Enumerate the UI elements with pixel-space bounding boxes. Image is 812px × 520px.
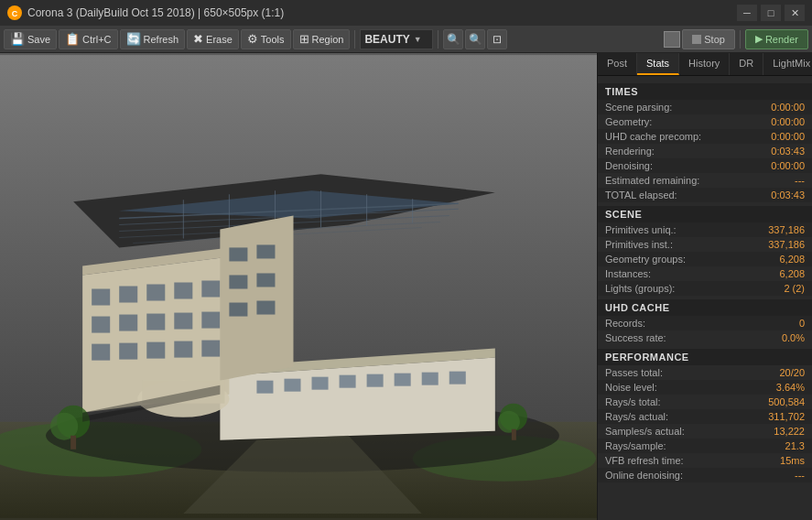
stat-label: VFB refresh time:	[605, 455, 684, 466]
svg-rect-23	[174, 282, 192, 298]
svg-rect-53	[229, 303, 247, 317]
svg-rect-54	[256, 301, 275, 315]
stat-label: Instances:	[605, 268, 651, 279]
stat-row: Geometry groups:6,208	[598, 252, 812, 266]
erase-icon: ✖	[193, 32, 203, 46]
stat-value: 21.3	[785, 440, 805, 451]
app-icon: C	[7, 5, 22, 20]
separator-1	[354, 30, 355, 49]
svg-point-61	[498, 411, 520, 433]
tools-button[interactable]: ⚙ Tools	[241, 29, 291, 49]
stat-label: Rendering:	[605, 146, 655, 157]
stats-content: TIMESScene parsing:0:00:00Geometry:0:00:…	[598, 76, 812, 520]
stat-label: TOTAL elapsed:	[605, 190, 677, 200]
stat-row: Primitives uniq.:337,186	[598, 222, 812, 237]
stat-row: Rays/s actual:311,702	[598, 409, 812, 424]
zoom-in-button[interactable]: 🔍	[443, 29, 463, 49]
region-button[interactable]: ⊞ Region	[293, 29, 351, 49]
stat-label: Noise level:	[605, 382, 657, 393]
tools-icon: ⚙	[247, 32, 258, 46]
save-button[interactable]: 💾 Save	[4, 29, 57, 49]
section-header-scene: SCENE	[598, 206, 812, 222]
render-button[interactable]: ▶ Render	[745, 29, 808, 49]
stat-row: TOTAL elapsed:0:03:43	[598, 188, 812, 202]
stat-label: Rays/s actual:	[605, 411, 668, 422]
svg-rect-52	[256, 273, 275, 287]
stat-label: Scene parsing:	[605, 102, 672, 113]
svg-rect-22	[146, 284, 165, 300]
section-header-times: TIMES	[598, 83, 812, 100]
stop-button[interactable]: Stop	[682, 29, 735, 49]
svg-rect-21	[119, 286, 137, 302]
refresh-button[interactable]: 🔄 Refresh	[120, 29, 186, 49]
stat-label: Samples/s actual:	[605, 426, 685, 437]
stat-value: 0:00:00	[771, 116, 805, 127]
main-area: Post Stats History DR LightMix TIMESScen…	[0, 53, 812, 520]
fit-button[interactable]: ⊡	[487, 29, 507, 49]
tab-history[interactable]: History	[679, 53, 730, 75]
stat-row: Scene parsing:0:00:00	[598, 100, 812, 114]
toolbar: 💾 Save 📋 Ctrl+C 🔄 Refresh ✖ Erase ⚙ Tool…	[0, 26, 812, 53]
svg-rect-20	[92, 289, 110, 306]
stat-label: Success rate:	[605, 332, 666, 343]
stat-row: Lights (groups):2 (2)	[598, 281, 812, 296]
stat-value: 0:03:43	[771, 190, 805, 200]
svg-rect-17	[449, 372, 466, 385]
stat-row: Rendering:0:03:43	[598, 144, 812, 158]
stat-row: Noise level:3.64%	[598, 380, 812, 395]
erase-button[interactable]: ✖ Erase	[187, 29, 239, 49]
svg-rect-33	[174, 341, 192, 358]
stat-row: Success rate:0.0%	[598, 330, 812, 345]
save-icon: 💾	[10, 32, 25, 46]
render-view	[0, 53, 597, 520]
titlebar: C Corona 3 (DailyBuild Oct 15 2018) | 65…	[0, 0, 812, 26]
tab-dr[interactable]: DR	[730, 53, 763, 75]
stop-icon	[692, 35, 701, 44]
svg-text:C: C	[12, 9, 18, 18]
stat-value: 6,208	[779, 268, 805, 279]
stat-row: Denoising:0:00:00	[598, 158, 812, 173]
stat-label: Primitives uniq.:	[605, 224, 677, 235]
svg-rect-10	[256, 381, 273, 394]
stat-value: ---	[795, 175, 805, 186]
stat-row: UHD cache precomp:0:00:00	[598, 129, 812, 144]
render-play-icon: ▶	[755, 33, 763, 45]
svg-rect-28	[174, 313, 192, 330]
stat-value: 500,584	[768, 396, 805, 407]
copy-icon: 📋	[65, 32, 80, 46]
svg-rect-51	[229, 275, 247, 288]
stop-area: Stop	[664, 29, 735, 49]
maximize-button[interactable]: □	[761, 5, 781, 21]
stat-value: 6,208	[779, 254, 805, 265]
stat-row: Estimated remaining:---	[598, 173, 812, 188]
section-header-uhd-cache: UHD CACHE	[598, 299, 812, 316]
close-button[interactable]: ✕	[785, 5, 805, 21]
stat-value: 311,702	[768, 411, 805, 422]
tab-stats[interactable]: Stats	[637, 53, 679, 75]
tab-lightmix[interactable]: LightMix	[763, 53, 812, 75]
stat-row: Rays/s total:500,584	[598, 395, 812, 409]
stat-label: Records:	[605, 318, 645, 329]
svg-rect-14	[367, 374, 384, 387]
minimize-button[interactable]: ─	[737, 5, 757, 21]
svg-rect-26	[119, 315, 137, 331]
stat-row: Samples/s actual:13,222	[598, 424, 812, 439]
stat-row: Primitives inst.:337,186	[598, 237, 812, 252]
svg-rect-15	[395, 374, 411, 386]
tab-post[interactable]: Post	[598, 53, 637, 75]
window-controls: ─ □ ✕	[737, 5, 805, 21]
stat-value: 2 (2)	[784, 283, 805, 294]
section-header-performance: PERFORMANCE	[598, 349, 812, 365]
svg-rect-24	[201, 280, 220, 297]
beauty-selector[interactable]: BEAUTY ▼	[360, 29, 433, 49]
stat-row: VFB refresh time:15ms	[598, 453, 812, 468]
zoom-out-button[interactable]: 🔍	[465, 29, 485, 49]
stat-label: Rays/s total:	[605, 396, 661, 407]
stat-label: Geometry groups:	[605, 254, 686, 265]
window-title: Corona 3 (DailyBuild Oct 15 2018) | 650×…	[27, 6, 737, 19]
ctrlc-button[interactable]: 📋 Ctrl+C	[59, 29, 117, 49]
svg-rect-59	[70, 436, 76, 450]
stat-label: Estimated remaining:	[605, 175, 699, 186]
stat-value: 13,222	[774, 426, 805, 437]
stat-value: 20/20	[779, 367, 805, 378]
